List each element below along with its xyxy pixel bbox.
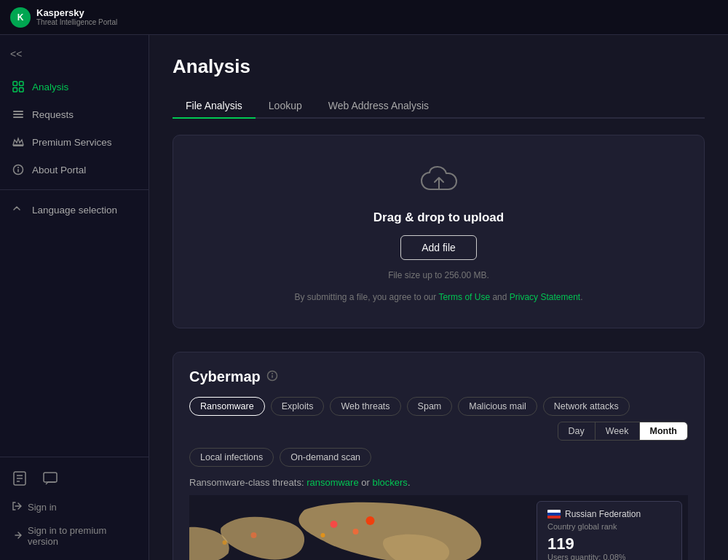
crown-icon xyxy=(12,135,25,149)
cloud-upload-icon xyxy=(420,166,458,200)
sidebar-item-premium[interactable]: Premium Services xyxy=(0,128,149,156)
message-icon[interactable] xyxy=(42,470,58,489)
add-file-button[interactable]: Add file xyxy=(400,235,477,260)
map-preview: Russian Federation Country global rank 1… xyxy=(189,495,688,560)
sidebar-collapse-button[interactable]: << xyxy=(0,41,149,67)
svg-rect-4 xyxy=(13,111,23,112)
svg-rect-14 xyxy=(272,375,273,378)
sidebar-bottom-icons xyxy=(0,465,149,495)
threat-info-prefix: Ransomware-class threats: xyxy=(189,477,306,488)
main-content: Analysis File Analysis Lookup Web Addres… xyxy=(149,35,728,560)
tooltip-country-name: Russian Federation xyxy=(565,509,641,519)
filter-network-attacks[interactable]: Network attacks xyxy=(543,397,630,416)
cybermap-title: Cybermap xyxy=(189,368,261,385)
sidebar-bottom: Sign in Sign in to premium version xyxy=(0,457,149,560)
threat-mid: or xyxy=(359,477,373,488)
threat-suffix: . xyxy=(408,477,411,488)
sidebar-item-label-language: Language selection xyxy=(32,205,117,216)
svg-point-19 xyxy=(321,533,325,537)
filter-exploits[interactable]: Exploits xyxy=(271,397,325,416)
sign-in-button[interactable]: Sign in xyxy=(0,495,149,519)
terms-suffix: . xyxy=(580,292,582,302)
threat-ransomware-link[interactable]: ransomware xyxy=(306,477,359,488)
page-title: Analysis xyxy=(173,55,705,78)
threat-info-row: Ransomware-class threats: ransomware or … xyxy=(189,477,688,488)
kaspersky-logo: K xyxy=(10,7,31,28)
sidebar-item-label-about: About Portal xyxy=(32,165,86,176)
svg-rect-6 xyxy=(13,117,23,118)
terms-prefix: By submitting a file, you agree to our xyxy=(295,292,439,302)
map-tooltip: Russian Federation Country global rank 1… xyxy=(537,501,682,560)
terms-note: By submitting a file, you agree to our T… xyxy=(295,291,583,304)
filter-local-infections[interactable]: Local infections xyxy=(189,448,274,467)
filter-on-demand-scan[interactable]: On-demand scan xyxy=(280,448,371,467)
tab-lookup[interactable]: Lookup xyxy=(256,94,315,119)
terms-mid: and xyxy=(490,292,510,302)
time-filter-month[interactable]: Month xyxy=(639,422,687,440)
sign-in-premium-button[interactable]: Sign in to premium version xyxy=(0,519,149,553)
main-layout: << Analysis xyxy=(0,35,728,560)
tooltip-rank-label: Country global rank xyxy=(547,522,671,531)
svg-point-21 xyxy=(251,532,257,538)
svg-rect-2 xyxy=(13,88,17,92)
threat-blockers-link[interactable]: blockers xyxy=(372,477,407,488)
top-bar: K Kaspersky Threat Intelligence Portal xyxy=(0,0,728,35)
filter-ransomware[interactable]: Ransomware xyxy=(189,397,265,416)
list-icon xyxy=(12,108,25,121)
sidebar-divider xyxy=(0,189,149,190)
book-icon[interactable] xyxy=(12,470,28,489)
file-size-note: File size up to 256.00 MB. xyxy=(388,270,489,280)
signin-icon xyxy=(12,501,22,513)
russia-flag xyxy=(547,510,561,518)
filter-spam[interactable]: Spam xyxy=(407,397,453,416)
filter-web-threats[interactable]: Web threats xyxy=(330,397,400,416)
app-subtitle: Threat Intelligence Portal xyxy=(36,18,117,27)
filter-row-2: Local infections On-demand scan xyxy=(189,448,688,467)
sidebar: << Analysis xyxy=(0,35,149,560)
filter-malicious-mail[interactable]: Malicious mail xyxy=(458,397,537,416)
cybermap-info-icon[interactable] xyxy=(266,370,278,384)
time-filter-day[interactable]: Day xyxy=(558,422,595,440)
svg-rect-1 xyxy=(20,82,24,86)
svg-rect-3 xyxy=(20,88,24,92)
sidebar-item-requests[interactable]: Requests xyxy=(0,100,149,128)
grid-icon xyxy=(12,80,25,93)
language-icon xyxy=(12,203,25,216)
tabs-bar: File Analysis Lookup Web Address Analysi… xyxy=(173,94,705,119)
filter-row-1: Ransomware Exploits Web threats Spam Mal… xyxy=(189,397,688,441)
logo-area: K Kaspersky Threat Intelligence Portal xyxy=(10,7,117,28)
sign-in-premium-label: Sign in to premium version xyxy=(28,525,137,547)
cybermap-header: Cybermap xyxy=(189,368,688,385)
svg-rect-9 xyxy=(17,169,19,173)
sidebar-item-label-premium: Premium Services xyxy=(32,137,112,148)
upload-box: Drag & drop to upload Add file File size… xyxy=(173,135,705,328)
map-visual xyxy=(189,495,537,560)
tab-web-address[interactable]: Web Address Analysis xyxy=(315,94,442,119)
sidebar-nav: Analysis Requests xyxy=(0,67,149,457)
tooltip-country: Russian Federation xyxy=(547,509,671,519)
time-filter-week[interactable]: Week xyxy=(595,422,639,440)
terms-link[interactable]: Terms of Use xyxy=(438,292,490,302)
cybermap-section: Cybermap Ransomware Exploits Web threats… xyxy=(173,352,705,560)
tab-file-analysis[interactable]: File Analysis xyxy=(173,94,256,119)
signin-premium-icon xyxy=(12,530,22,543)
sidebar-item-about[interactable]: About Portal xyxy=(0,156,149,184)
svg-rect-0 xyxy=(13,82,17,86)
privacy-link[interactable]: Privacy Statement xyxy=(510,292,580,302)
tooltip-quantity-label: Users quantity: 0.08% xyxy=(547,553,671,560)
time-filter-group: Day Week Month xyxy=(558,422,688,441)
svg-point-22 xyxy=(223,540,227,545)
sidebar-item-label-analysis: Analysis xyxy=(32,82,68,92)
svg-point-15 xyxy=(272,373,273,374)
info-icon xyxy=(12,163,25,176)
sidebar-item-language[interactable]: Language selection xyxy=(0,196,149,224)
tooltip-rank-value: 119 xyxy=(547,535,671,553)
sidebar-item-label-requests: Requests xyxy=(32,109,74,120)
upload-title: Drag & drop to upload xyxy=(373,210,504,225)
svg-point-17 xyxy=(331,521,338,528)
app-name: Kaspersky xyxy=(36,7,117,19)
svg-rect-12 xyxy=(44,473,57,482)
svg-point-18 xyxy=(353,529,359,535)
sidebar-item-analysis[interactable]: Analysis xyxy=(0,73,149,100)
logo-text: Kaspersky Threat Intelligence Portal xyxy=(36,7,117,28)
